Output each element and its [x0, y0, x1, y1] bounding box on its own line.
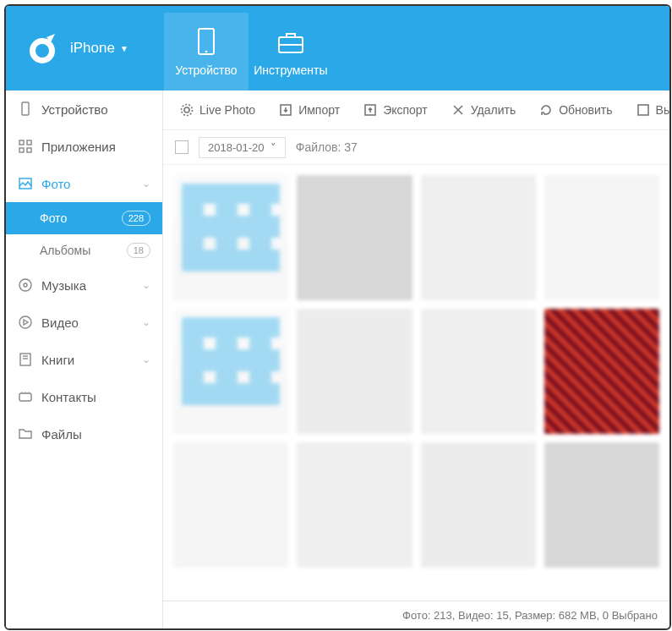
app-header: iPhone▼ Устройство Инструменты [6, 6, 669, 91]
music-icon [18, 277, 33, 293]
svg-rect-18 [19, 393, 31, 401]
sidebar-item-music[interactable]: Музыка ⌄ [6, 266, 162, 304]
live-photo-icon [180, 103, 194, 117]
sidebar-sub-albums[interactable]: Альбомы 18 [6, 234, 162, 266]
photo-thumb[interactable] [421, 442, 536, 568]
photo-thumb[interactable] [173, 442, 288, 568]
count-badge: 228 [122, 211, 150, 226]
photo-grid [163, 165, 669, 601]
svg-point-23 [182, 105, 193, 116]
photo-thumb[interactable] [421, 309, 536, 434]
tab-device[interactable]: Устройство [164, 13, 249, 91]
sidebar-item-apps[interactable]: Приложения [6, 128, 162, 165]
chevron-down-icon: ⌄ [142, 279, 150, 291]
sidebar: Устройство Приложения Фото ⌄ Фото 228 Ал… [6, 91, 163, 628]
photo-thumb[interactable] [544, 175, 659, 300]
import-icon [279, 103, 292, 117]
svg-point-3 [205, 51, 208, 53]
photo-icon [18, 176, 33, 191]
svg-point-21 [28, 392, 29, 392]
sidebar-item-photos[interactable]: Фото ⌄ [6, 165, 162, 202]
video-icon [18, 315, 33, 330]
svg-point-22 [184, 107, 189, 112]
svg-rect-10 [27, 148, 31, 152]
refresh-icon [539, 103, 553, 117]
select-all-checkbox[interactable] [175, 140, 188, 154]
svg-rect-15 [20, 354, 30, 365]
device-label: iPhone [70, 40, 115, 57]
svg-point-13 [24, 283, 27, 287]
photo-thumb[interactable] [173, 175, 288, 300]
count-badge: 18 [127, 243, 150, 258]
svg-point-20 [25, 392, 25, 392]
photo-thumb[interactable] [544, 442, 659, 568]
device-selector[interactable]: iPhone▼ [6, 6, 147, 91]
svg-point-12 [19, 279, 31, 291]
photo-thumb[interactable] [297, 442, 412, 568]
delete-button[interactable]: Удалить [441, 98, 526, 122]
svg-rect-28 [638, 105, 648, 115]
filter-bar: 2018-01-20 ˅ Файлов: 37 [163, 130, 669, 165]
chevron-down-icon: ▼ [120, 44, 128, 53]
svg-rect-9 [19, 148, 24, 152]
status-bar: Фото: 213, Видео: 15, Размер: 682 MB, 0 … [163, 601, 669, 628]
svg-point-14 [19, 316, 31, 328]
checkbox-icon [636, 103, 650, 117]
svg-rect-7 [19, 140, 24, 145]
sidebar-item-files[interactable]: Файлы [6, 415, 162, 453]
device-icon [18, 102, 33, 117]
export-icon [363, 103, 377, 117]
photo-thumb[interactable] [297, 175, 412, 300]
contacts-icon [18, 389, 33, 404]
sidebar-item-books[interactable]: Книги ⌄ [6, 341, 162, 378]
refresh-button[interactable]: Обновить [529, 98, 622, 122]
svg-rect-8 [27, 140, 31, 145]
tablet-icon [190, 26, 222, 58]
sidebar-sub-photo[interactable]: Фото 228 [6, 202, 162, 234]
photo-thumb[interactable] [421, 175, 536, 300]
select-all-button[interactable]: Выбрать все [626, 98, 671, 122]
app-logo-icon [25, 30, 60, 66]
book-icon [18, 352, 33, 367]
delete-icon [451, 103, 465, 117]
chevron-down-icon: ⌄ [142, 316, 150, 328]
svg-point-19 [21, 392, 22, 392]
date-filter[interactable]: 2018-01-20 ˅ [199, 137, 286, 158]
apps-icon [18, 139, 33, 154]
toolbar: Live Photo Импорт Экспорт Удалить Обнови… [163, 91, 669, 130]
chevron-down-icon: ⌄ [142, 178, 150, 189]
toolbox-icon [275, 26, 307, 58]
import-button[interactable]: Импорт [269, 98, 350, 122]
folder-icon [18, 426, 33, 442]
svg-rect-6 [22, 102, 29, 115]
tab-tools[interactable]: Инструменты [249, 13, 333, 91]
sidebar-item-video[interactable]: Видео ⌄ [6, 304, 162, 341]
photo-thumb[interactable] [297, 309, 412, 434]
svg-point-1 [36, 44, 49, 58]
sidebar-item-contacts[interactable]: Контакты [6, 378, 162, 415]
export-button[interactable]: Экспорт [353, 98, 438, 122]
file-count: Файлов: 37 [296, 140, 358, 154]
chevron-down-icon: ⌄ [142, 354, 150, 365]
live-photo-button[interactable]: Live Photo [170, 98, 265, 122]
svg-rect-2 [199, 29, 214, 54]
sidebar-item-device[interactable]: Устройство [6, 91, 162, 128]
photo-thumb[interactable] [173, 309, 288, 434]
photo-thumb[interactable] [544, 309, 659, 434]
